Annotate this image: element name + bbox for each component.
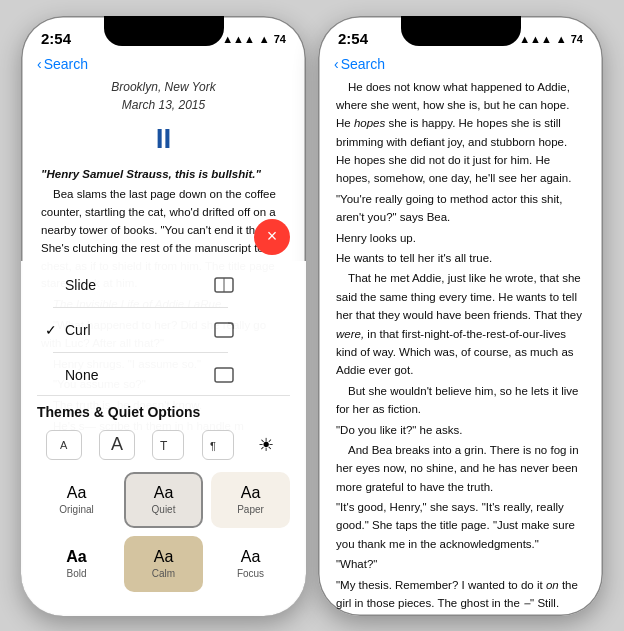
font-size-row: A A T ¶ ☀: [21, 424, 306, 466]
svg-rect-3: [215, 368, 233, 382]
scroll-curl[interactable]: ✓ Curl: [37, 314, 244, 346]
wifi-icon-left: ▲: [259, 33, 270, 45]
close-overlay-button[interactable]: ×: [254, 219, 290, 255]
search-bar-right[interactable]: ‹ Search: [318, 52, 603, 78]
divider2: [53, 352, 228, 353]
none-icon: [212, 365, 236, 385]
overlay-panel: Slide ✓ Curl: [21, 261, 306, 616]
back-button-right[interactable]: ‹ Search: [334, 56, 385, 72]
slide-icon: [212, 275, 236, 295]
svg-text:¶: ¶: [210, 440, 216, 452]
font-format-button[interactable]: ¶: [202, 430, 234, 460]
phones-container: 2:54 ▲▲▲ ▲ 74 ‹ Search Brooklyn, New Yor…: [11, 6, 613, 626]
left-phone: 2:54 ▲▲▲ ▲ 74 ‹ Search Brooklyn, New Yor…: [21, 16, 306, 616]
svg-text:T: T: [160, 439, 168, 452]
status-time-right: 2:54: [338, 30, 368, 47]
scroll-slide[interactable]: Slide: [37, 269, 244, 301]
theme-original[interactable]: Aa Original: [37, 472, 116, 528]
right-phone: 2:54 ▲▲▲ ▲ 74 ‹ Search He does not know …: [318, 16, 603, 616]
font-increase-button[interactable]: A: [99, 430, 135, 460]
battery-left: 74: [274, 33, 286, 45]
signal-icon-left: ▲▲▲: [222, 33, 255, 45]
themes-header: Themes & Quiet Options: [21, 400, 306, 424]
book-header: Brooklyn, New York March 13, 2015: [41, 78, 286, 114]
book-content-right: He does not know what happened to Addie,…: [318, 78, 603, 616]
scroll-option-list: Slide ✓ Curl: [37, 269, 244, 391]
scroll-none[interactable]: None: [37, 359, 244, 391]
wifi-icon-right: ▲: [556, 33, 567, 45]
status-icons-right: ▲▲▲ ▲ 74: [519, 33, 583, 45]
theme-bold[interactable]: Aa Bold: [37, 536, 116, 592]
back-button-left[interactable]: ‹ Search: [37, 56, 88, 72]
status-bar-left: 2:54 ▲▲▲ ▲ 74: [21, 16, 306, 52]
curl-icon: [212, 320, 236, 340]
brightness-button[interactable]: ☀: [251, 430, 281, 460]
font-style-button[interactable]: T: [152, 430, 184, 460]
theme-paper[interactable]: Aa Paper: [211, 472, 290, 528]
theme-focus[interactable]: Aa Focus: [211, 536, 290, 592]
themes-divider: [37, 395, 290, 396]
svg-rect-2: [215, 323, 233, 337]
theme-quiet[interactable]: Aa Quiet: [124, 472, 203, 528]
status-icons-left: ▲▲▲ ▲ 74: [222, 33, 286, 45]
book-chapter: II: [41, 118, 286, 160]
status-bar-right: 2:54 ▲▲▲ ▲ 74: [318, 16, 603, 52]
theme-calm[interactable]: Aa Calm: [124, 536, 203, 592]
search-bar-left[interactable]: ‹ Search: [21, 52, 306, 78]
status-time-left: 2:54: [41, 30, 71, 47]
battery-right: 74: [571, 33, 583, 45]
scroll-options: Slide ✓ Curl: [21, 269, 306, 391]
font-decrease-button[interactable]: A: [46, 430, 82, 460]
theme-grid: Aa Original Aa Quiet Aa Paper Aa Bold Aa: [21, 466, 306, 600]
divider: [53, 307, 228, 308]
themes-title: Themes & Quiet Options: [37, 404, 200, 420]
signal-icon-right: ▲▲▲: [519, 33, 552, 45]
